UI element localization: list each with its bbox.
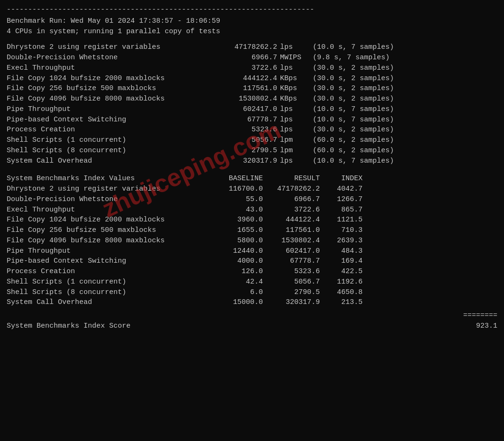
- idx-row-result: 6966.7: [263, 194, 320, 205]
- bench-row: File Copy 256 bufsize 500 maxblocks11756…: [7, 83, 497, 94]
- bench-unit: lps: [280, 63, 311, 74]
- bench-value: 602417.0: [211, 104, 277, 115]
- index-data-row: Execl Throughput43.03722.6865.7: [7, 205, 497, 215]
- idx-row-result: 3722.6: [263, 205, 320, 215]
- bench-value: 117561.0: [211, 83, 277, 94]
- idx-row-result: 320317.9: [263, 297, 320, 308]
- score-row: System Benchmarks Index Score923.1: [7, 321, 497, 331]
- bench-info: (30.0 s, 2 samples): [313, 63, 394, 74]
- bench-row: System Call Overhead320317.9lps(10.0 s, …: [7, 156, 497, 166]
- bench-unit: lps: [280, 156, 311, 166]
- bench-label: Dhrystone 2 using register variables: [7, 42, 211, 53]
- idx-row-label: System Call Overhead: [7, 297, 211, 308]
- bench-info: (60.0 s, 2 samples): [313, 146, 394, 156]
- idx-row-index: 484.3: [320, 246, 363, 257]
- index-section: System Benchmarks Index ValuesBASELINERE…: [7, 174, 497, 331]
- bench-label: Pipe Throughput: [7, 104, 211, 115]
- idx-row-baseline: 12440.0: [211, 246, 263, 257]
- idx-row-label: Dhrystone 2 using register variables: [7, 184, 211, 194]
- idx-row-baseline: 126.0: [211, 266, 263, 277]
- bench-unit: KBps: [280, 83, 311, 94]
- index-data-row: Process Creation126.05323.6422.5: [7, 266, 497, 277]
- idx-row-baseline: 15000.0: [211, 297, 263, 308]
- bench-info: (60.0 s, 2 samples): [313, 135, 394, 146]
- idx-row-result: 47178262.2: [263, 184, 320, 194]
- bench-label: Double-Precision Whetstone: [7, 53, 211, 63]
- idx-row-baseline: 42.4: [211, 277, 263, 287]
- idx-row-baseline: 3960.0: [211, 215, 263, 225]
- idx-row-index: 2639.3: [320, 236, 363, 246]
- bench-value: 6966.7: [211, 53, 277, 63]
- bench-label: Execl Throughput: [7, 63, 211, 74]
- bench-info: (10.0 s, 7 samples): [313, 156, 394, 166]
- bench-info: (30.0 s, 2 samples): [313, 94, 394, 104]
- idx-row-index: 1266.7: [320, 194, 363, 205]
- idx-row-baseline: 5800.0: [211, 236, 263, 246]
- bench-info: (10.0 s, 7 samples): [313, 42, 394, 53]
- bench-value: 444122.4: [211, 74, 277, 84]
- idx-row-label: Shell Scripts (8 concurrent): [7, 287, 211, 298]
- idx-row-result: 2790.5: [263, 287, 320, 298]
- bench-row: Shell Scripts (8 concurrent)2790.5lpm(60…: [7, 146, 497, 156]
- bench-label: Shell Scripts (8 concurrent): [7, 146, 211, 156]
- bench-unit: lps: [280, 104, 311, 115]
- idx-row-baseline: 6.0: [211, 287, 263, 298]
- bench-value: 5056.7: [211, 135, 277, 146]
- idx-row-label: Execl Throughput: [7, 205, 211, 215]
- idx-row-label: File Copy 256 bufsize 500 maxblocks: [7, 225, 211, 236]
- bench-label: File Copy 4096 bufsize 8000 maxblocks: [7, 94, 211, 104]
- idx-row-result: 67778.7: [263, 256, 320, 266]
- bench-row: File Copy 1024 bufsize 2000 maxblocks444…: [7, 74, 497, 84]
- score-label: System Benchmarks Index Score: [7, 321, 455, 331]
- bench-info: (30.0 s, 2 samples): [313, 74, 394, 84]
- idx-row-baseline: 116700.0: [211, 184, 263, 194]
- header-line1: Benchmark Run: Wed May 01 2024 17:38:57 …: [7, 16, 497, 27]
- index-data-row: File Copy 4096 bufsize 8000 maxblocks580…: [7, 236, 497, 246]
- bench-label: Pipe-based Context Switching: [7, 115, 211, 125]
- index-header-row: System Benchmarks Index ValuesBASELINERE…: [7, 174, 497, 184]
- idx-row-index: 169.4: [320, 256, 363, 266]
- index-header-index: INDEX: [320, 174, 363, 184]
- idx-row-baseline: 43.0: [211, 205, 263, 215]
- idx-row-label: Process Creation: [7, 266, 211, 277]
- equals-row: ========: [7, 311, 497, 321]
- bench-info: (30.0 s, 2 samples): [313, 83, 394, 94]
- benchmark-section: Dhrystone 2 using register variables4717…: [7, 42, 497, 166]
- idx-row-result: 602417.0: [263, 246, 320, 257]
- idx-row-baseline: 4000.0: [211, 256, 263, 266]
- idx-row-index: 865.7: [320, 205, 363, 215]
- index-data-row: Dhrystone 2 using register variables1167…: [7, 184, 497, 194]
- bench-row: Execl Throughput3722.6lps(30.0 s, 2 samp…: [7, 63, 497, 74]
- idx-row-index: 4650.8: [320, 287, 363, 298]
- bench-value: 1530802.4: [211, 94, 277, 104]
- bench-row: File Copy 4096 bufsize 8000 maxblocks153…: [7, 94, 497, 104]
- idx-row-index: 710.3: [320, 225, 363, 236]
- idx-row-index: 1192.6: [320, 277, 363, 287]
- idx-row-label: Double-Precision Whetstone: [7, 194, 211, 205]
- bench-label: System Call Overhead: [7, 156, 211, 166]
- bench-unit: lps: [280, 125, 311, 135]
- idx-row-index: 213.5: [320, 297, 363, 308]
- index-header-baseline: BASELINE: [211, 174, 263, 184]
- bench-value: 320317.9: [211, 156, 277, 166]
- idx-row-label: File Copy 4096 bufsize 8000 maxblocks: [7, 236, 211, 246]
- bench-value: 3722.6: [211, 63, 277, 74]
- bench-unit: lpm: [280, 135, 311, 146]
- idx-row-label: Shell Scripts (1 concurrent): [7, 277, 211, 287]
- bench-label: Shell Scripts (1 concurrent): [7, 135, 211, 146]
- bench-row: Dhrystone 2 using register variables4717…: [7, 42, 497, 53]
- index-data-row: System Call Overhead15000.0320317.9213.5: [7, 297, 497, 308]
- idx-row-label: File Copy 1024 bufsize 2000 maxblocks: [7, 215, 211, 225]
- bench-row: Process Creation5323.6lps(30.0 s, 2 samp…: [7, 125, 497, 135]
- bench-label: File Copy 1024 bufsize 2000 maxblocks: [7, 74, 211, 84]
- idx-row-baseline: 1655.0: [211, 225, 263, 236]
- top-separator: ----------------------------------------…: [7, 5, 497, 15]
- idx-row-result: 1530802.4: [263, 236, 320, 246]
- index-data-row: Double-Precision Whetstone55.06966.71266…: [7, 194, 497, 205]
- idx-row-result: 444122.4: [263, 215, 320, 225]
- terminal-window: ----------------------------------------…: [7, 5, 497, 331]
- header-line2: 4 CPUs in system; running 1 parallel cop…: [7, 27, 497, 37]
- index-data-row: Shell Scripts (8 concurrent)6.02790.5465…: [7, 287, 497, 298]
- benchmark-header: Benchmark Run: Wed May 01 2024 17:38:57 …: [7, 16, 497, 37]
- idx-row-index: 422.5: [320, 266, 363, 277]
